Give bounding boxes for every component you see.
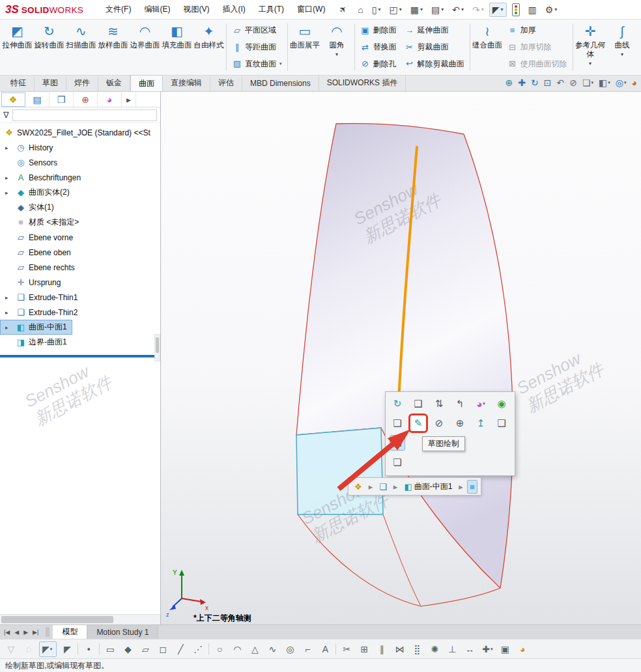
configuration-manager-tab[interactable]: ❒	[50, 92, 74, 107]
edit-feature-icon[interactable]: ↻▾	[390, 396, 405, 412]
model-tab[interactable]: 模型	[53, 625, 87, 639]
edit-appearance-icon[interactable]: ◕ ▾	[632, 77, 637, 88]
tree-item-plane-right[interactable]: ▸ ▱ Ebene rechts	[0, 260, 80, 275]
select-tool[interactable]: ◤ ▾	[39, 641, 57, 657]
scrollbar-thumb[interactable]	[1, 616, 113, 623]
tab-sketch[interactable]: 草图	[35, 75, 66, 91]
display-style-icon[interactable]: ❏▾	[494, 415, 509, 431]
expand-arrow-icon[interactable]: ▸	[5, 189, 8, 196]
copy-icon[interactable]: ❑▾	[410, 396, 426, 412]
select-tool-button[interactable]: ◤▾	[489, 3, 507, 17]
untrim-surface-button[interactable]: ↩ 解除剪裁曲面	[402, 56, 467, 72]
tree-item-extrude-thin1[interactable]: ▸ ❑ Extrude-Thin1	[0, 290, 83, 305]
print-button[interactable]: ▤▾	[428, 3, 447, 17]
offset-entities-icon[interactable]: ∥ ▾	[375, 641, 389, 657]
breadcrumb-item[interactable]: ▸	[366, 480, 376, 494]
parallelogram-icon[interactable]: ▱ ▾	[138, 641, 152, 657]
tree-item-sensors[interactable]: ▸ ◎ Sensors	[0, 155, 63, 170]
select-other-icon[interactable]: ◤ ▾	[60, 641, 74, 657]
breadcrumb-feature[interactable]: ❑	[377, 480, 390, 494]
tab-solidworks-addins[interactable]: SOLIDWORKS 插件	[319, 75, 406, 91]
thickened-cut-button[interactable]: ⊟ 加厚切除	[505, 40, 570, 55]
tree-item-extrude-thin2[interactable]: ▸ ❑ Extrude-Thin2	[0, 305, 83, 320]
centerpoint-rectangle-icon[interactable]: ◆ ▾	[121, 641, 135, 657]
thicken-button[interactable]: ≡ 加厚	[505, 23, 570, 38]
tree-item-material[interactable]: ▸ ≡ 材质 <未指定>	[0, 215, 84, 230]
filled-surface-button[interactable]: ◧ 填充曲面	[161, 21, 193, 74]
zoom-to-fit-icon[interactable]: ⊕ ▾	[506, 77, 513, 88]
swept-surface-button[interactable]: ∿ 扫描曲面	[65, 21, 97, 74]
tree-item-origin[interactable]: ▸ ✛ Ursprung	[0, 275, 66, 290]
text-icon[interactable]: A ▾	[318, 641, 332, 657]
tab-evaluate[interactable]: 评估	[210, 75, 242, 91]
polygon-icon[interactable]: △ ▾	[248, 641, 262, 657]
feature-manager-tab[interactable]: ❖	[1, 92, 25, 107]
pin-menu-icon[interactable]: ✈	[337, 3, 349, 15]
expand-arrow-icon[interactable]: ▸	[5, 324, 8, 331]
delete-hole-button[interactable]: ⊘ 删除孔	[358, 56, 399, 72]
display-style-icon[interactable]: ◧ ▾	[599, 77, 610, 88]
toolbar-separator[interactable]: ▾	[335, 643, 336, 655]
sheet-nav-button[interactable]: ◀	[14, 629, 19, 636]
tab-mbd-dimensions[interactable]: MBD Dimensions	[242, 75, 319, 91]
trim-entities-icon[interactable]: ✂ ▾	[339, 641, 354, 657]
breadcrumb-part[interactable]: ❖	[352, 480, 365, 494]
smart-dimension-icon[interactable]: ↔ ▾	[463, 641, 477, 657]
cut-with-surface-button[interactable]: ⊠ 使用曲面切除	[505, 56, 570, 72]
tree-item-solid-bodies[interactable]: ▸ ◆ 实体(1)	[0, 200, 59, 215]
collapse-items-icon[interactable]: ⇅▾	[431, 396, 447, 412]
reference-geometry-button[interactable]: ✛ 参考几何体 ▾	[575, 21, 606, 74]
pan-icon[interactable]: ✚ ▾	[518, 77, 526, 88]
replace-face-button[interactable]: ⇄ 替换面	[358, 40, 399, 55]
knit-surface-button[interactable]: ≀ 缝合曲面	[472, 21, 504, 74]
edit-appearance-icon[interactable]: ◕▾	[473, 396, 489, 412]
viewport-3d[interactable]: ↻▾❑▾⇅▾↰▾◕▾◉▾ ❏▾✎▾⊘▾⊕▾↥▾❏▾ ❏▾ ❏▾ 草图绘制 ❖ ▸	[161, 92, 641, 624]
curves-button[interactable]: ∫ 曲线 ▾	[606, 21, 638, 74]
task-report-button[interactable]: ▥	[525, 3, 540, 17]
normal-to-icon[interactable]: ❏▾	[390, 415, 405, 431]
menu-item[interactable]: 工具(T)	[252, 1, 291, 18]
trim-surface-button[interactable]: ✂ 剪裁曲面	[402, 40, 467, 55]
breadcrumb-mid-surface[interactable]: ◧ 曲面-中面1	[401, 479, 455, 494]
quick-snaps-icon[interactable]: ✚ ▾	[480, 641, 494, 657]
sheet-nav-button[interactable]: ▶|	[33, 629, 38, 636]
tree-item-part[interactable]: ▸ ❖ SWX2025_Fillet_JOE (Standard) <<St	[0, 125, 156, 140]
hide-show-items-icon[interactable]: ◎ ▾	[616, 77, 627, 88]
expand-arrow-icon[interactable]: ▸	[5, 175, 8, 181]
tree-item-annotations[interactable]: ▸ A Beschriftungen	[0, 170, 86, 185]
breadcrumb-item[interactable]: ▸	[456, 480, 466, 494]
sheet-nav-button[interactable]: ▶	[23, 629, 28, 636]
options-button[interactable]: ⚙▾	[542, 3, 561, 17]
ruled-surface-button[interactable]: ▨ 直纹曲面 ▾	[229, 56, 285, 72]
tab-splitter[interactable]	[46, 627, 50, 637]
previous-view-icon[interactable]: ↶ ▾	[557, 77, 565, 88]
isometric-view-icon[interactable]: ❏▾	[390, 435, 405, 451]
straight-slot-icon[interactable]: ◻ ▾	[156, 641, 170, 657]
panel-horizontal-scrollbar[interactable]	[0, 614, 160, 624]
boundary-surface-button[interactable]: ◠ 边界曲面	[129, 21, 161, 74]
expand-arrow-icon[interactable]: ▸	[5, 309, 8, 316]
filter-icon[interactable]: ∇	[3, 110, 9, 120]
motion-study-tab[interactable]: Motion Study 1	[87, 625, 158, 639]
menu-item[interactable]: 编辑(E)	[137, 1, 177, 18]
tree-item-plane-top[interactable]: ▸ ▱ Ebene oben	[0, 245, 76, 260]
display-manager-tab[interactable]: ◕	[98, 92, 122, 107]
linear-pattern-icon[interactable]: ⣿ ▾	[410, 641, 424, 657]
expand-arrow-icon[interactable]: ▸	[5, 145, 8, 151]
sketch-icon[interactable]: ✎▾	[410, 415, 426, 431]
performance-button[interactable]	[509, 1, 523, 18]
selection-filter-icon[interactable]: ▽ ▾	[4, 641, 18, 657]
scrollbar-thumb[interactable]	[156, 337, 159, 353]
property-manager-tab[interactable]: ▤	[25, 92, 50, 107]
revolved-surface-button[interactable]: ↻ 旋转曲面	[33, 21, 65, 74]
mirror-entities-icon[interactable]: ⋈ ▾	[392, 641, 406, 657]
tree-item-history[interactable]: ▸ ◷ History	[0, 140, 58, 155]
breadcrumb-selected-face[interactable]: ■	[467, 480, 477, 494]
tree-filter-input[interactable]	[12, 109, 157, 121]
tab-features[interactable]: 特征	[3, 75, 35, 91]
lasso-select-icon[interactable]: ◌ ▾	[21, 641, 36, 657]
centerline-icon[interactable]: ⋰ ▾	[191, 641, 205, 657]
home-button[interactable]: ⌂	[354, 3, 366, 17]
sketch-fillet-icon[interactable]: ⌐ ▾	[300, 641, 315, 657]
breadcrumb-item[interactable]: ▸	[391, 480, 401, 494]
